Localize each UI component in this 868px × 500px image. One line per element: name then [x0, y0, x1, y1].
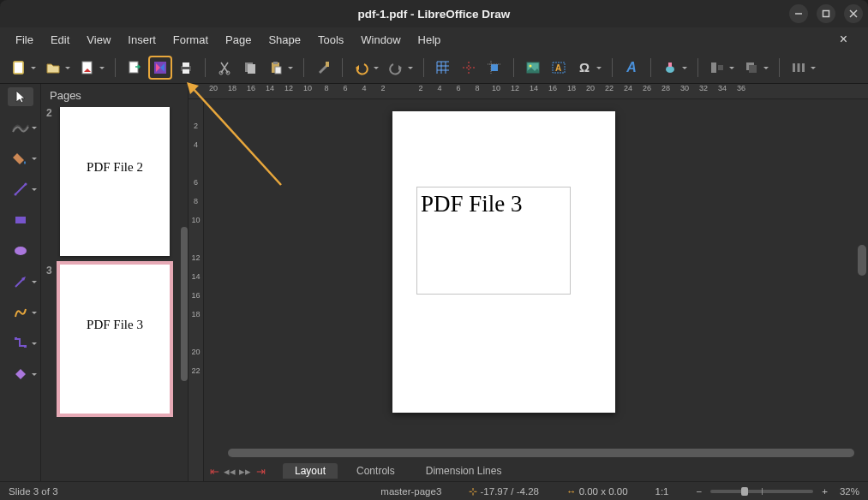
rectangle-icon	[12, 211, 29, 229]
close-button[interactable]	[844, 4, 863, 23]
print-button[interactable]	[174, 56, 198, 80]
arrow-icon	[12, 273, 29, 290]
master-page-name[interactable]: master-page3	[380, 486, 441, 497]
rectangle-tool[interactable]	[8, 211, 33, 229]
svg-rect-44	[15, 217, 26, 223]
page-canvas[interactable]: PDF File 3	[392, 111, 615, 413]
curve-tool[interactable]	[8, 303, 33, 322]
arrange-icon	[743, 59, 760, 76]
basic-shapes-tool[interactable]	[8, 365, 33, 384]
undo-button[interactable]	[350, 56, 374, 80]
grid-button[interactable]	[431, 56, 455, 80]
svg-rect-4	[14, 62, 23, 74]
export-pdf-icon	[152, 59, 169, 76]
titlebar: pdf-1.pdf - LibreOffice Draw	[0, 0, 868, 27]
tab-next-button[interactable]: ▸▸	[238, 464, 252, 478]
paintbrush-icon	[314, 59, 332, 76]
tab-dimension-lines[interactable]: Dimension Lines	[414, 463, 514, 479]
omega-icon: Ω	[576, 59, 593, 76]
statusbar: Slide 3 of 3 master-page3 ⊹ -17.97 / -4.…	[0, 481, 868, 500]
arrange-button[interactable]	[739, 56, 763, 80]
save-button[interactable]	[75, 56, 99, 80]
fontwork-icon: A	[623, 59, 640, 76]
scale-ratio[interactable]: 1:1	[655, 486, 669, 497]
copy-icon	[242, 59, 259, 76]
zoom-in-button[interactable]: +	[822, 486, 828, 497]
page-thumbnail[interactable]: 3 PDF File 3	[48, 265, 181, 414]
gluepoints-button[interactable]	[658, 56, 682, 80]
object-size: 0.00 x 0.00	[579, 486, 628, 497]
page-thumbnail[interactable]: 2 PDF File 2	[48, 107, 181, 256]
menu-help[interactable]: Help	[410, 30, 450, 50]
cursor-position: -17.97 / -4.28	[481, 486, 539, 497]
line-color-tool[interactable]	[8, 118, 33, 137]
tab-last-button[interactable]: ⇥	[254, 464, 267, 478]
redo-icon	[387, 59, 404, 76]
insert-textbox-button[interactable]: A	[547, 56, 571, 80]
menu-page[interactable]: Page	[217, 30, 260, 50]
canvas-scrollbar-horizontal[interactable]	[228, 449, 854, 457]
menu-edit[interactable]: Edit	[42, 30, 78, 50]
special-char-button[interactable]: Ω	[572, 56, 596, 80]
arrow-tool[interactable]	[8, 272, 33, 291]
helplines-button[interactable]	[482, 56, 506, 80]
line-tool[interactable]	[8, 180, 33, 199]
ellipse-tool[interactable]	[8, 241, 33, 260]
horizontal-ruler[interactable]: 2018161412108642246810121416182022242628…	[189, 84, 868, 99]
svg-rect-1	[823, 11, 829, 17]
vertical-ruler[interactable]: 246810121416182022	[189, 99, 204, 481]
menu-view[interactable]: View	[78, 30, 119, 50]
zoom-slider[interactable]	[710, 490, 813, 493]
tab-controls[interactable]: Controls	[344, 463, 407, 479]
copy-button[interactable]	[238, 56, 262, 80]
connector-tool[interactable]	[8, 334, 33, 353]
clone-format-button[interactable]	[311, 56, 335, 80]
svg-text:A: A	[555, 63, 561, 73]
new-icon	[10, 59, 27, 76]
close-doc-button[interactable]: ×	[831, 28, 856, 51]
zoom-value[interactable]: 32%	[840, 486, 859, 497]
snap-guides-button[interactable]	[457, 56, 481, 80]
text-frame[interactable]: PDF File 3	[416, 187, 571, 295]
align-button[interactable]	[705, 56, 729, 80]
svg-rect-18	[273, 62, 278, 64]
svg-rect-16	[248, 64, 255, 74]
menu-window[interactable]: Window	[352, 30, 409, 50]
export-button[interactable]	[123, 56, 147, 80]
pages-scrollbar[interactable]	[181, 107, 188, 481]
maximize-button[interactable]	[817, 4, 835, 23]
menu-tools[interactable]: Tools	[309, 30, 352, 50]
new-button[interactable]	[7, 56, 31, 80]
menu-format[interactable]: Format	[165, 30, 217, 50]
insert-image-button[interactable]	[521, 56, 545, 80]
open-button[interactable]	[41, 56, 65, 80]
cut-button[interactable]	[213, 56, 236, 80]
tab-layout[interactable]: Layout	[283, 463, 338, 479]
align-icon	[709, 59, 726, 76]
redo-button[interactable]	[384, 56, 408, 80]
undo-icon	[353, 59, 370, 76]
canvas-scrollbar-vertical[interactable]	[858, 116, 866, 408]
minimize-button[interactable]	[789, 4, 808, 23]
zoom-out-button[interactable]: −	[697, 486, 703, 497]
window-title: pdf-1.pdf - LibreOffice Draw	[358, 8, 511, 21]
menu-insert[interactable]: Insert	[119, 30, 165, 50]
select-tool[interactable]	[8, 87, 33, 106]
helplines-icon	[486, 59, 503, 76]
menu-file[interactable]: File	[7, 30, 42, 50]
export-pdf-button[interactable]	[148, 56, 172, 80]
menu-shape[interactable]: Shape	[260, 30, 309, 50]
distribute-button[interactable]	[787, 56, 811, 80]
print-icon	[177, 59, 195, 76]
grid-icon	[434, 59, 452, 76]
fontwork-button[interactable]: A	[620, 56, 644, 80]
line-icon	[12, 181, 29, 198]
slide-info: Slide 3 of 3	[9, 486, 58, 497]
canvas-viewport[interactable]: PDF File 3 ⇤ ◂◂ ▸▸ ⇥ Layout Controls Dim…	[204, 99, 868, 481]
export-icon	[126, 59, 143, 76]
tab-prev-button[interactable]: ◂◂	[223, 464, 236, 478]
fill-color-tool[interactable]	[8, 149, 33, 168]
tab-first-button[interactable]: ⇤	[207, 464, 221, 478]
save-icon	[79, 59, 96, 76]
paste-button[interactable]	[264, 56, 288, 80]
